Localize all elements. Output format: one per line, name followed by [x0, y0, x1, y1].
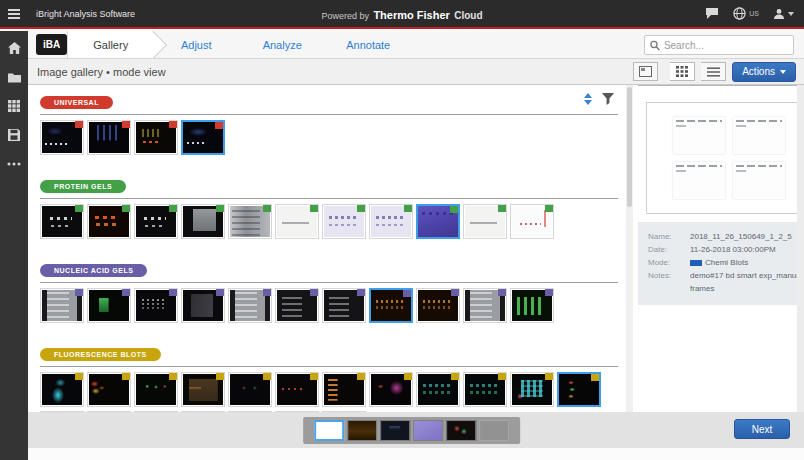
filmstrip-slot[interactable]: [413, 420, 443, 441]
brand-suffix: Cloud: [454, 10, 482, 21]
thumbnail-mode-badge: [215, 122, 223, 129]
image-thumbnail[interactable]: [510, 372, 554, 407]
image-thumbnail[interactable]: [40, 288, 84, 323]
grid-view-button[interactable]: [670, 62, 695, 81]
chevron-down-icon: [788, 12, 794, 16]
preview-frame: [733, 162, 785, 199]
image-thumbnail[interactable]: [275, 204, 319, 239]
single-view-button[interactable]: [633, 62, 658, 81]
meta-label: Notes:: [648, 269, 690, 295]
chat-icon[interactable]: [705, 8, 719, 19]
thumbnail-mode-badge: [545, 205, 553, 212]
thumbnail-row: [40, 372, 624, 407]
image-thumbnail[interactable]: [40, 120, 84, 155]
thumbnail-mode-badge: [591, 374, 599, 381]
next-button[interactable]: Next: [734, 419, 790, 439]
image-thumbnail[interactable]: [181, 372, 225, 407]
thumbnail-mode-badge: [357, 205, 365, 212]
image-thumbnail[interactable]: [463, 372, 507, 407]
image-thumbnail[interactable]: [181, 204, 225, 239]
image-thumbnail[interactable]: [134, 372, 178, 407]
image-thumbnail[interactable]: [416, 288, 460, 323]
section-badge[interactable]: NUCLEIC ACID GELS: [40, 264, 147, 277]
image-thumbnail[interactable]: [510, 288, 554, 323]
apps-grid-icon[interactable]: [7, 99, 21, 113]
image-thumbnail[interactable]: [463, 288, 507, 323]
thumbnail-mode-badge: [498, 373, 506, 380]
image-thumbnail[interactable]: [87, 204, 131, 239]
thumbnail-mode-badge: [169, 205, 177, 212]
iba-logo[interactable]: iBA: [36, 34, 67, 55]
image-thumbnail[interactable]: [275, 372, 319, 407]
filmstrip-slot[interactable]: [446, 420, 476, 441]
search-input[interactable]: [664, 40, 788, 51]
powered-prefix: Powered by: [321, 11, 369, 21]
menu-icon[interactable]: [0, 9, 28, 19]
image-preview[interactable]: [646, 102, 804, 214]
image-thumbnail[interactable]: [463, 204, 507, 239]
home-icon[interactable]: [7, 41, 21, 55]
image-thumbnail[interactable]: [40, 372, 84, 407]
image-thumbnail[interactable]: [87, 372, 131, 407]
image-thumbnail[interactable]: [228, 288, 272, 323]
image-thumbnail[interactable]: [510, 204, 554, 239]
tab-analyze[interactable]: Analyze: [239, 31, 325, 58]
search-box[interactable]: [644, 35, 794, 55]
window-scrollbar[interactable]: [797, 85, 804, 412]
thumbnail-mode-badge: [545, 289, 553, 296]
image-thumbnail[interactable]: [228, 372, 272, 407]
single-pane-icon: [639, 66, 652, 77]
image-thumbnail[interactable]: [369, 204, 413, 239]
image-thumbnail[interactable]: [228, 204, 272, 239]
section-divider: [40, 198, 618, 199]
image-thumbnail[interactable]: [416, 204, 460, 239]
filter-icon[interactable]: [602, 93, 614, 105]
section-badge[interactable]: PROTEIN GELS: [40, 180, 126, 193]
filmstrip-slot[interactable]: [314, 420, 344, 441]
workflow-tabs: GalleryAdjustAnalyzeAnnotate: [67, 31, 411, 58]
section-badge[interactable]: UNIVERSAL: [40, 96, 113, 109]
filmstrip-slot[interactable]: [347, 420, 377, 441]
image-thumbnail[interactable]: [369, 372, 413, 407]
thumbnail-mode-badge: [498, 289, 506, 296]
image-thumbnail[interactable]: [322, 204, 366, 239]
section-badge[interactable]: FLUORESCENCE BLOTS: [40, 348, 161, 361]
actions-label: Actions: [742, 66, 775, 77]
thumbnail-mode-badge: [122, 289, 130, 296]
tab-annotate[interactable]: Annotate: [325, 31, 411, 58]
actions-button[interactable]: Actions: [732, 62, 796, 82]
image-thumbnail[interactable]: [275, 288, 319, 323]
image-thumbnail[interactable]: [557, 372, 601, 407]
tab-gallery[interactable]: Gallery: [67, 31, 153, 58]
image-thumbnail[interactable]: [134, 288, 178, 323]
image-thumbnail[interactable]: [181, 120, 225, 155]
image-thumbnail[interactable]: [369, 288, 413, 323]
list-view-button[interactable]: [701, 62, 726, 81]
save-icon[interactable]: [7, 128, 21, 142]
image-thumbnail[interactable]: [322, 288, 366, 323]
left-sidebar: [0, 31, 28, 460]
gallery-scrollbar[interactable]: [626, 85, 633, 412]
user-icon[interactable]: [773, 8, 794, 20]
section-divider: [40, 366, 618, 367]
thumbnail-mode-badge: [122, 121, 130, 128]
more-ellipsis-icon[interactable]: [7, 157, 21, 171]
image-thumbnail[interactable]: [134, 204, 178, 239]
thumbnail-mode-badge: [263, 205, 271, 212]
image-thumbnail[interactable]: [40, 204, 84, 239]
filmstrip-slot[interactable]: [380, 420, 410, 441]
thumbnail-mode-badge: [357, 289, 365, 296]
image-thumbnail[interactable]: [322, 372, 366, 407]
image-thumbnail[interactable]: [87, 120, 131, 155]
image-thumbnail[interactable]: [181, 288, 225, 323]
image-thumbnail[interactable]: [134, 120, 178, 155]
workflow-tab-bar: iBA GalleryAdjustAnalyzeAnnotate: [28, 31, 804, 59]
sort-icon[interactable]: [584, 93, 592, 105]
filmstrip-slot[interactable]: [479, 420, 509, 441]
globe-icon[interactable]: US: [733, 7, 759, 20]
gallery-section: PROTEIN GELS: [40, 175, 624, 239]
image-thumbnail[interactable]: [87, 288, 131, 323]
folder-icon[interactable]: [7, 70, 21, 84]
thumbnail-mode-badge: [263, 289, 271, 296]
image-thumbnail[interactable]: [416, 372, 460, 407]
